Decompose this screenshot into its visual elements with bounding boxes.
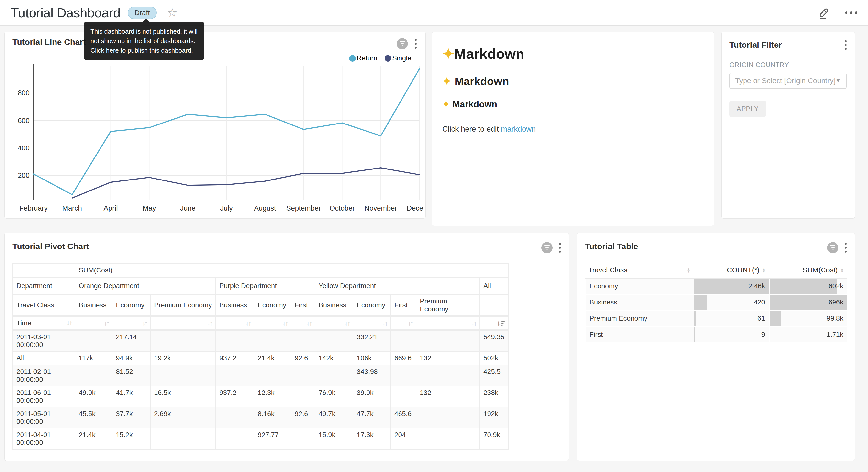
pivot-column-header[interactable]: Premium Economy (150, 294, 216, 316)
sort-icon[interactable]: ↓↑ (104, 319, 108, 327)
pivot-value-cell: 332.21 (353, 330, 391, 351)
pivot-value-cell: 2.69k (150, 407, 216, 428)
pivot-column-header[interactable]: Business (216, 294, 254, 316)
pivot-sort-cell[interactable]: ↓↑ (75, 316, 112, 330)
svg-text:Dece: Dece (407, 204, 423, 212)
origin-country-select[interactable]: Type or Select [Origin Country] ▼ (730, 72, 847, 89)
pivot-value-cell (391, 365, 416, 386)
pivot-value-cell: 21.4k (254, 351, 291, 365)
tooltip-line: This dashboard is not published, it will (90, 27, 197, 36)
svg-text:September: September (286, 204, 321, 212)
pivot-value-cell: 49.9k (75, 386, 112, 407)
pivot-chart-title: Tutorial Pivot Chart (12, 242, 89, 251)
pivot-sort-cell[interactable]: ↓↑ (216, 316, 254, 330)
kebab-menu-icon[interactable] (559, 243, 561, 253)
table-row: Premium Economy6199.8k (585, 311, 847, 327)
sort-icon[interactable]: ↓↑ (408, 319, 412, 327)
sort-icon[interactable]: ▲▼ (840, 268, 844, 272)
sort-icon[interactable]: ↓↑ (471, 319, 476, 327)
pivot-column-header[interactable]: Business (315, 294, 353, 316)
column-header-count[interactable]: COUNT(*)▲▼ (694, 264, 769, 278)
filter-badge-icon[interactable] (827, 242, 838, 254)
svg-text:November: November (364, 204, 397, 212)
pivot-column-header[interactable]: First (291, 294, 315, 316)
pivot-row: 2011-02-01 00:00:0081.52343.98425.5 (13, 365, 508, 386)
filter-badge-icon[interactable] (541, 242, 553, 254)
pivot-row: 2011-06-01 00:00:0049.9k41.7k16.5k937.21… (13, 386, 508, 407)
apply-button[interactable]: APPLY (730, 101, 766, 117)
pivot-sort-cell[interactable]: ↓↑ (112, 316, 150, 330)
pivot-group-header: All (480, 277, 508, 294)
pivot-value-cell: 937.2 (216, 351, 254, 365)
pivot-sort-cell[interactable]: ↓↑ (291, 316, 315, 330)
pivot-sort-cell[interactable]: ↓↑ (315, 316, 353, 330)
count-cell: 420 (694, 295, 769, 311)
pivot-value-cell (216, 365, 254, 386)
pivot-value-cell (150, 428, 216, 449)
kebab-menu-icon[interactable] (845, 243, 847, 253)
pivot-value-cell: 425.5 (480, 365, 508, 386)
pivot-row-label: All (13, 351, 75, 365)
svg-text:800: 800 (18, 89, 30, 97)
edit-pencil-icon[interactable] (818, 6, 830, 19)
pivot-sort-cell[interactable]: ↓↑ (416, 316, 480, 330)
more-options-icon[interactable] (845, 11, 857, 14)
pivot-column-header[interactable]: Premium Economy (416, 294, 480, 316)
sort-icon[interactable]: ↓↑ (67, 319, 71, 327)
pivot-value-cell: 238k (480, 386, 508, 407)
sort-icon[interactable]: ↓↑ (207, 319, 212, 327)
pivot-sort-cell[interactable]: ↓↑ (254, 316, 291, 330)
column-header-travel-class[interactable]: Travel Class▲▼ (585, 264, 694, 278)
sort-icon[interactable]: ↓↑ (283, 319, 287, 327)
pivot-time-header[interactable]: Time↓↑ (13, 316, 75, 330)
pivot-column-header[interactable]: Business (75, 294, 112, 316)
count-cell: 61 (694, 311, 769, 327)
sort-icon[interactable]: ▲▼ (687, 268, 690, 272)
pivot-column-header[interactable]: Economy (353, 294, 391, 316)
pivot-sort-cell[interactable]: ↓ (480, 316, 508, 330)
pivot-value-cell (291, 330, 315, 351)
pivot-sort-cell[interactable]: ↓↑ (391, 316, 416, 330)
sort-desc-icon[interactable]: ↓ (497, 319, 505, 327)
sort-icon[interactable]: ↓↑ (142, 319, 147, 327)
pivot-value-cell: 81.52 (112, 365, 150, 386)
pivot-column-header[interactable]: Economy (254, 294, 291, 316)
svg-text:200: 200 (18, 171, 30, 179)
sum-cell: 602k (769, 278, 847, 295)
sort-icon[interactable]: ↓↑ (382, 319, 387, 327)
pivot-row: All117k94.9k19.2k937.221.4k92.6142k106k6… (13, 351, 508, 365)
markdown-edit-link[interactable]: markdown (501, 125, 536, 133)
pivot-value-cell: 19.2k (150, 351, 216, 365)
table-row: Economy2.46k602k (585, 278, 847, 295)
pivot-column-header[interactable]: Economy (112, 294, 150, 316)
tooltip-line: Click here to publish this dashboard. (90, 46, 197, 55)
pivot-value-cell: 15.9k (315, 428, 353, 449)
pivot-subdim-label: Travel Class (13, 294, 75, 316)
draft-badge[interactable]: Draft (128, 7, 157, 19)
pivot-row: 2011-04-01 00:00:0021.4k15.2k927.7715.9k… (13, 428, 508, 449)
kebab-menu-icon[interactable] (845, 40, 847, 50)
table-card-title: Tutorial Table (585, 242, 638, 251)
travel-class-table: Travel Class▲▼COUNT(*)▲▼SUM(Cost)▲▼Econo… (585, 264, 847, 343)
pivot-column-header (480, 294, 508, 316)
pivot-column-header[interactable]: First (391, 294, 416, 316)
favorite-star-icon[interactable]: ☆ (167, 7, 178, 19)
pivot-row-label: 2011-04-01 00:00:00 (13, 428, 75, 449)
sort-icon[interactable]: ↓↑ (345, 319, 349, 327)
pivot-row-label: 2011-05-01 00:00:00 (13, 407, 75, 428)
pivot-value-cell (75, 365, 112, 386)
pivot-sort-cell[interactable]: ↓↑ (150, 316, 216, 330)
column-header-sum[interactable]: SUM(Cost)▲▼ (769, 264, 847, 278)
pivot-value-cell: 106k (353, 351, 391, 365)
pivot-corner-cell (13, 263, 75, 277)
line-chart-plot[interactable]: 200400600800FebruaryMarchAprilMayJuneJul… (5, 32, 426, 218)
chevron-down-icon: ▼ (835, 78, 841, 84)
pivot-group-header: Purple Department (216, 277, 315, 294)
publish-tooltip: This dashboard is not published, it will… (84, 22, 204, 60)
sort-icon[interactable]: ↓↑ (246, 319, 250, 327)
sort-icon[interactable]: ↓↑ (307, 319, 311, 327)
sort-icon[interactable]: ▲▼ (762, 268, 766, 272)
pivot-sort-cell[interactable]: ↓↑ (353, 316, 391, 330)
page-title: Tutorial Dashboard (11, 5, 120, 20)
filter-card: Tutorial Filter ORIGIN COUNTRY Type or S… (721, 32, 855, 218)
